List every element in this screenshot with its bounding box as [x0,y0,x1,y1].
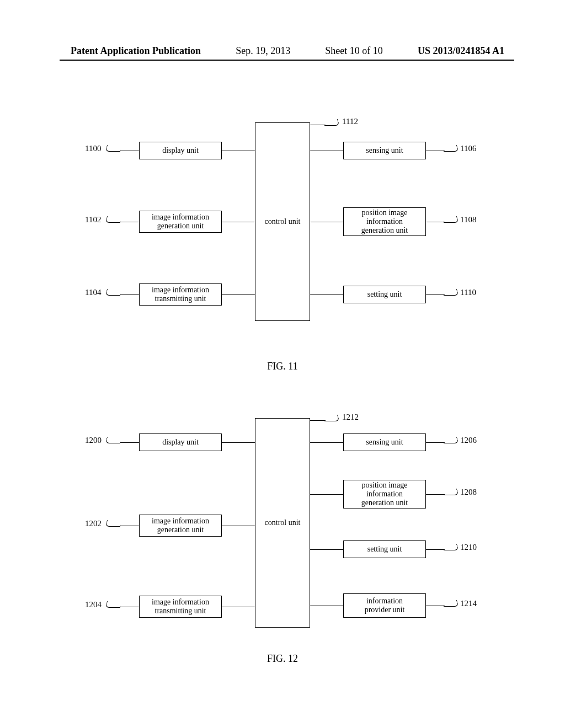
box-image-info-tx: image information transmitting unit [139,283,222,306]
box-setting-unit: setting unit [343,540,426,558]
ref-1112: 1112 [342,117,358,126]
box-label: sensing unit [366,438,403,447]
lead-line [310,606,343,606]
lead-line [310,295,343,295]
lead-swoosh [322,415,340,421]
lead-line [120,222,139,222]
lead-swoosh [441,489,459,495]
box-label: information provider unit [365,597,405,614]
box-display-unit: display unit [139,433,222,451]
lead-swoosh [441,437,459,443]
ref-1110: 1110 [460,288,476,297]
ref-1208: 1208 [460,488,477,497]
box-label: image information transmitting unit [152,286,209,303]
lead-swoosh [105,601,122,608]
lead-line [426,151,445,151]
header-rule [60,60,514,61]
figure-12: control unit 1212 display unit 1200 imag… [89,413,476,633]
lead-swoosh [105,216,122,223]
publication-date: Sep. 19, 2013 [236,45,290,57]
box-image-info-tx: image information transmitting unit [139,596,222,618]
lead-line [222,295,255,295]
lead-line [310,151,343,151]
figure-11: control unit 1112 display unit 1100 imag… [89,117,476,338]
lead-line [426,606,445,606]
lead-line [222,222,255,222]
lead-swoosh [441,145,459,152]
sheet-number: Sheet 10 of 10 [325,45,382,57]
lead-line [310,222,343,222]
lead-line [426,494,445,495]
publication-type: Patent Application Publication [71,45,201,57]
lead-line [310,549,343,550]
lead-swoosh [441,544,459,550]
lead-line [310,442,343,443]
box-image-info-gen: image information generation unit [139,515,222,537]
lead-line [426,442,445,443]
box-sensing-unit: sensing unit [343,142,426,159]
box-label: setting unit [367,545,402,554]
ref-1214: 1214 [460,599,477,608]
box-position-img-gen: position image information generation un… [343,480,426,508]
lead-swoosh [105,145,122,152]
page-header: Patent Application Publication Sep. 19, … [0,45,565,57]
box-label: image information generation unit [152,517,209,534]
ref-1104: 1104 [85,288,101,297]
box-label: image information generation unit [152,213,209,231]
box-info-provider: information provider unit [343,593,426,618]
lead-swoosh [105,520,122,527]
box-label: position image information generation un… [361,481,408,507]
lead-line [426,222,445,222]
box-position-img-gen: position image information generation un… [343,207,426,236]
ref-1108: 1108 [460,215,476,224]
figure-11-caption: FIG. 11 [267,361,297,372]
lead-line [310,494,343,495]
lead-line [222,526,255,526]
lead-line [222,607,255,607]
box-label: setting unit [367,290,402,299]
lead-swoosh [105,289,122,296]
lead-line [222,151,255,151]
lead-line [120,295,139,295]
ref-1212: 1212 [342,413,359,422]
lead-swoosh [441,289,459,296]
control-unit-box: control unit [255,418,310,628]
ref-1102: 1102 [85,215,101,224]
ref-1200: 1200 [85,436,102,445]
lead-line [120,607,139,607]
lead-swoosh [441,216,459,223]
box-image-info-gen: image information generation unit [139,211,222,233]
box-label: display unit [162,146,199,155]
lead-line [120,151,139,151]
box-sensing-unit: sensing unit [343,433,426,451]
ref-1210: 1210 [460,543,477,552]
lead-line [426,295,445,295]
box-label: position image information generation un… [361,208,408,235]
lead-swoosh [441,600,459,607]
box-label: sensing unit [366,146,403,155]
control-unit-label: control unit [265,217,301,226]
lead-line [222,442,255,443]
lead-line [120,526,139,526]
ref-1206: 1206 [460,436,477,445]
control-unit-box: control unit [255,122,310,321]
lead-swoosh [322,119,340,126]
figure-12-caption: FIG. 12 [267,653,298,665]
ref-1202: 1202 [85,519,102,528]
lead-line [310,420,326,421]
box-label: display unit [162,438,199,447]
box-setting-unit: setting unit [343,286,426,303]
lead-line [120,442,139,443]
lead-line [426,549,445,550]
lead-line [310,125,326,125]
ref-1100: 1100 [85,144,101,153]
box-label: image information transmitting unit [152,598,209,615]
control-unit-label: control unit [265,518,301,527]
publication-number: US 2013/0241854 A1 [418,45,504,57]
box-display-unit: display unit [139,142,222,159]
ref-1204: 1204 [85,600,102,609]
ref-1106: 1106 [460,144,476,153]
lead-swoosh [105,437,122,443]
